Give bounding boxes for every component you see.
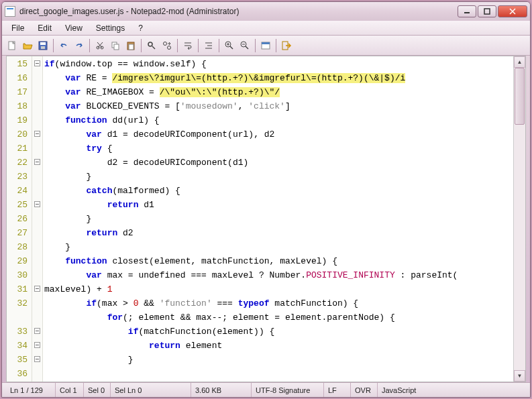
toolbar-separator [219, 39, 219, 52]
fold-column[interactable] [32, 56, 43, 382]
menu-help[interactable]: ? [131, 22, 150, 34]
svg-line-30 [246, 46, 248, 49]
scheme-icon[interactable] [258, 38, 273, 53]
code-area[interactable]: if(window.top == window.self) { var RE =… [43, 56, 513, 382]
app-icon [5, 6, 15, 17]
paste-icon[interactable] [123, 38, 138, 53]
toolbar-separator [53, 39, 54, 52]
toolbar [2, 36, 530, 56]
svg-rect-15 [129, 44, 134, 50]
svg-line-11 [97, 42, 102, 48]
menu-view[interactable]: View [58, 22, 89, 34]
status-eol[interactable]: LF [324, 383, 351, 397]
title-bar[interactable]: direct_google_images.user.js - Notepad2-… [2, 2, 530, 21]
toolbar-separator [198, 39, 199, 52]
zoom-out-icon[interactable] [237, 38, 252, 53]
status-selln[interactable]: Sel Ln 0 [111, 383, 191, 397]
toolbar-separator [89, 39, 90, 52]
scroll-thumb[interactable] [515, 68, 525, 125]
menu-bar: File Edit View Settings ? [2, 21, 530, 36]
svg-line-10 [98, 42, 103, 48]
status-sel[interactable]: Sel 0 [84, 383, 111, 397]
window-controls [458, 5, 527, 17]
close-button[interactable] [498, 5, 527, 17]
editor: 151617181920212223242526272829303132 333… [6, 56, 526, 382]
new-file-icon[interactable] [5, 38, 19, 53]
menu-file[interactable]: File [5, 22, 31, 34]
svg-point-18 [164, 42, 167, 45]
status-col[interactable]: Col 1 [56, 383, 84, 397]
status-ln[interactable]: Ln 1 / 129 [6, 383, 56, 397]
indent-icon[interactable] [201, 38, 216, 53]
save-file-icon[interactable] [36, 38, 50, 53]
undo-icon[interactable] [56, 38, 71, 53]
status-lang[interactable]: JavaScript [378, 383, 526, 397]
scroll-down-icon[interactable]: ▼ [514, 370, 525, 382]
minimize-button[interactable] [458, 5, 476, 17]
svg-line-27 [230, 46, 233, 49]
cut-icon[interactable] [93, 38, 107, 53]
svg-rect-32 [262, 42, 270, 44]
copy-icon[interactable] [108, 38, 123, 53]
zoom-in-icon[interactable] [222, 38, 237, 53]
svg-rect-6 [40, 42, 46, 45]
status-mode[interactable]: OVR [351, 383, 378, 397]
menu-edit[interactable]: Edit [31, 22, 58, 34]
toolbar-separator [141, 39, 142, 52]
menu-settings[interactable]: Settings [89, 22, 131, 34]
word-wrap-icon[interactable] [180, 38, 195, 53]
toolbar-separator [276, 39, 276, 52]
svg-line-17 [152, 46, 155, 49]
open-file-icon[interactable] [20, 38, 35, 53]
exit-icon[interactable] [279, 38, 294, 53]
status-size[interactable]: 3.60 KB [191, 383, 252, 397]
svg-rect-7 [41, 46, 45, 49]
vertical-scrollbar[interactable]: ▲ ▼ [513, 56, 525, 382]
find-icon[interactable] [144, 38, 159, 53]
redo-icon[interactable] [72, 38, 87, 53]
svg-rect-13 [114, 44, 119, 50]
replace-icon[interactable] [160, 38, 174, 53]
line-numbers: 151617181920212223242526272829303132 333… [7, 56, 32, 382]
scroll-up-icon[interactable]: ▲ [514, 56, 525, 68]
svg-point-19 [168, 46, 171, 49]
toolbar-separator [177, 39, 178, 52]
status-encoding[interactable]: UTF-8 Signature [252, 383, 324, 397]
window-title: direct_google_images.user.js - Notepad2-… [19, 7, 458, 16]
toolbar-separator [255, 39, 256, 52]
maximize-button[interactable] [478, 5, 496, 17]
status-bar: Ln 1 / 129 Col 1 Sel 0 Sel Ln 0 3.60 KB … [2, 382, 530, 397]
main-window: direct_google_images.user.js - Notepad2-… [1, 1, 531, 398]
svg-rect-1 [484, 9, 490, 14]
svg-point-16 [148, 42, 152, 46]
